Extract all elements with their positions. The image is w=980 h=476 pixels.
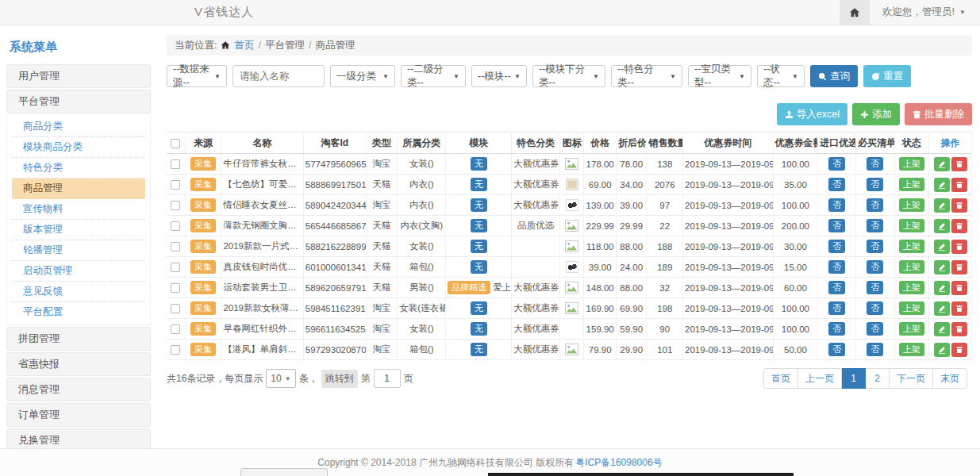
must-buy-badge[interactable]: 否 [867, 219, 883, 232]
select-all-checkbox[interactable] [171, 139, 180, 148]
delete-button[interactable] [951, 322, 967, 336]
edit-button[interactable] [934, 343, 950, 357]
jump-to-button[interactable]: 跳转到 [321, 370, 358, 388]
page-button-1[interactable]: 上一页 [798, 368, 842, 389]
status-badge[interactable]: 上架 [899, 219, 924, 232]
sidebar-subitem-8[interactable]: 意见反馈 [12, 282, 145, 302]
must-buy-badge[interactable]: 否 [867, 157, 883, 170]
edit-button[interactable] [934, 219, 950, 233]
row-checkbox[interactable] [171, 242, 180, 251]
must-buy-badge[interactable]: 否 [867, 301, 883, 314]
data-source-select[interactable]: --数据来源--▼ [167, 65, 227, 87]
sidebar-subitem-2[interactable]: 特色分类 [12, 158, 145, 178]
row-checkbox[interactable] [171, 180, 180, 190]
sidebar-item-0[interactable]: 用户管理 [6, 64, 151, 88]
status-badge[interactable]: 上架 [899, 260, 924, 273]
must-buy-badge[interactable]: 否 [867, 322, 883, 335]
status-badge[interactable]: 上架 [899, 343, 924, 355]
status-badge[interactable]: 上架 [899, 240, 924, 252]
sidebar-item-3[interactable]: 省惠快报 [6, 352, 151, 376]
module-sub-select[interactable]: --模块下分类--▼ [532, 65, 605, 87]
delete-button[interactable] [951, 219, 967, 233]
sidebar-item-6[interactable]: 兑换管理 [6, 428, 151, 448]
row-checkbox[interactable] [171, 345, 180, 355]
sidebar-subitem-7[interactable]: 启动页管理 [12, 261, 145, 282]
sidebar-subitem-9[interactable]: 平台配置 [12, 302, 145, 323]
icp-link[interactable]: 粤ICP备16098006号 [575, 456, 662, 470]
breadcrumb-home-link[interactable]: 首页 [234, 39, 254, 52]
sidebar-subitem-4[interactable]: 宣传物料 [12, 199, 145, 220]
row-checkbox[interactable] [171, 159, 180, 169]
import-select-badge[interactable]: 否 [828, 157, 845, 170]
status-badge[interactable]: 上架 [899, 301, 924, 314]
delete-button[interactable] [951, 157, 967, 171]
edit-button[interactable] [934, 301, 950, 316]
edit-button[interactable] [934, 260, 950, 274]
module-select[interactable]: --模块--▼ [471, 65, 527, 87]
search-button[interactable]: 查询 [810, 65, 858, 87]
import-select-badge[interactable]: 否 [828, 240, 845, 252]
must-buy-badge[interactable]: 否 [867, 260, 883, 273]
edit-button[interactable] [934, 198, 950, 213]
edit-button[interactable] [934, 322, 950, 336]
sidebar-subitem-6[interactable]: 轮播管理 [12, 240, 145, 261]
page-button-4[interactable]: 下一页 [890, 368, 933, 389]
edit-button[interactable] [934, 240, 950, 254]
page-number-input[interactable] [374, 369, 401, 388]
add-button[interactable]: 添加 [852, 103, 900, 125]
sidebar-subitem-3[interactable]: 商品管理 [12, 178, 145, 199]
status-badge[interactable]: 上架 [899, 178, 924, 190]
status-badge[interactable]: 上架 [899, 322, 924, 335]
name-input-field[interactable] [233, 65, 325, 87]
delete-button[interactable] [951, 198, 967, 213]
status-badge[interactable]: 上架 [899, 281, 924, 294]
level2-select[interactable]: --二级分类--▼ [401, 65, 466, 87]
delete-button[interactable] [951, 240, 967, 254]
row-checkbox[interactable] [171, 283, 180, 293]
row-checkbox[interactable] [171, 304, 180, 313]
sidebar-subitem-1[interactable]: 模块商品分类 [12, 137, 145, 158]
must-buy-badge[interactable]: 否 [867, 178, 883, 190]
page-button-2[interactable]: 1 [842, 368, 866, 389]
must-buy-badge[interactable]: 否 [867, 240, 883, 252]
import-excel-button[interactable]: 导入excel [777, 103, 847, 125]
sidebar-subitem-5[interactable]: 版本管理 [12, 220, 145, 240]
import-select-badge[interactable]: 否 [828, 301, 845, 314]
sidebar-item-4[interactable]: 消息管理 [6, 378, 151, 401]
sidebar-item-2[interactable]: 拼团管理 [6, 327, 151, 351]
delete-button[interactable] [951, 301, 967, 316]
import-select-badge[interactable]: 否 [828, 322, 845, 335]
must-buy-badge[interactable]: 否 [867, 281, 883, 294]
page-button-5[interactable]: 末页 [933, 368, 967, 389]
item-type-select[interactable]: --宝贝类型--▼ [688, 65, 751, 87]
sidebar-subitem-0[interactable]: 商品分类 [12, 117, 145, 137]
sidebar-item-5[interactable]: 订单管理 [6, 403, 151, 427]
per-page-select[interactable]: 10 ▼ [266, 369, 295, 388]
edit-button[interactable] [934, 281, 950, 295]
import-select-badge[interactable]: 否 [828, 260, 845, 273]
status-select[interactable]: --状态--▼ [757, 65, 805, 87]
edit-button[interactable] [934, 157, 950, 171]
delete-button[interactable] [951, 260, 967, 274]
sidebar-item-1[interactable]: 平台管理 [6, 90, 151, 113]
page-button-0[interactable]: 首页 [763, 368, 798, 389]
row-checkbox[interactable] [171, 221, 180, 231]
delete-button[interactable] [951, 343, 967, 357]
edit-button[interactable] [934, 178, 950, 192]
must-buy-badge[interactable]: 否 [867, 198, 883, 211]
row-checkbox[interactable] [171, 263, 180, 272]
import-select-badge[interactable]: 否 [828, 219, 845, 232]
user-menu[interactable]: 欢迎您，管理员! ▼ [870, 6, 980, 19]
row-checkbox[interactable] [171, 324, 180, 334]
delete-button[interactable] [951, 178, 967, 192]
feature-select[interactable]: --特色分类--▼ [611, 65, 682, 87]
import-select-badge[interactable]: 否 [828, 343, 845, 355]
batch-delete-button[interactable]: 批量删除 [905, 103, 972, 125]
import-select-badge[interactable]: 否 [828, 281, 845, 294]
import-select-badge[interactable]: 否 [828, 178, 845, 190]
home-button[interactable] [840, 0, 870, 25]
import-select-badge[interactable]: 否 [828, 198, 845, 211]
level1-select[interactable]: 一级分类▼ [330, 65, 395, 87]
delete-button[interactable] [951, 281, 967, 295]
status-badge[interactable]: 上架 [899, 198, 924, 211]
